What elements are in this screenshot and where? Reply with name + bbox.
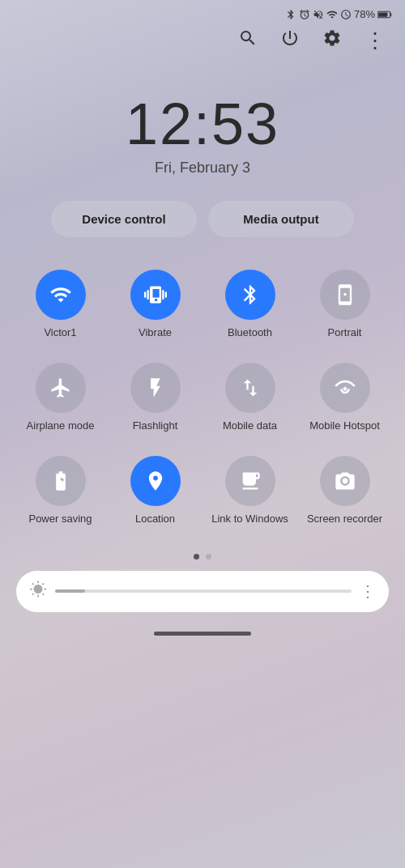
clock-display: 12:53 bbox=[0, 95, 405, 153]
search-button[interactable] bbox=[238, 28, 258, 53]
hotspot-icon bbox=[334, 377, 356, 399]
screen-recorder-toggle-circle bbox=[320, 456, 370, 506]
mute-status-icon bbox=[313, 9, 324, 20]
flashlight-toggle[interactable]: Flashlight bbox=[108, 353, 202, 446]
brightness-track[interactable] bbox=[55, 589, 352, 593]
home-bar[interactable] bbox=[154, 632, 251, 636]
wifi-status-icon bbox=[326, 9, 338, 20]
svg-rect-2 bbox=[378, 12, 387, 16]
brightness-bar[interactable]: ⋮ bbox=[16, 571, 389, 612]
battery-percentage: 78% bbox=[354, 8, 375, 20]
brightness-fill bbox=[55, 589, 85, 593]
location-icon bbox=[144, 470, 167, 492]
screen-recorder-toggle[interactable]: Screen recorder bbox=[297, 446, 392, 539]
airplane-label: Airplane mode bbox=[27, 419, 95, 433]
power-saving-label: Power saving bbox=[28, 513, 92, 526]
bluetooth-label: Bluetooth bbox=[228, 326, 272, 340]
action-bar: ⋮ bbox=[0, 23, 405, 62]
bluetooth-icon bbox=[239, 283, 262, 306]
status-icons: 78% bbox=[285, 8, 392, 20]
wifi-label: Victor1 bbox=[44, 326, 76, 340]
svg-rect-1 bbox=[390, 13, 392, 16]
location-toggle[interactable]: Location bbox=[108, 446, 202, 539]
more-options-button[interactable]: ⋮ bbox=[364, 30, 386, 51]
hotspot-toggle[interactable]: Mobile Hotspot bbox=[297, 353, 392, 446]
wifi-toggle-circle bbox=[36, 270, 86, 320]
vibrate-toggle[interactable]: Vibrate bbox=[108, 260, 202, 353]
hotspot-toggle-circle bbox=[320, 363, 370, 413]
bluetooth-toggle-circle bbox=[225, 270, 275, 320]
airplane-toggle-circle bbox=[36, 363, 86, 413]
mobile-data-toggle[interactable]: Mobile data bbox=[202, 353, 297, 446]
mobile-data-icon bbox=[239, 377, 262, 399]
status-bar: 78% bbox=[0, 0, 405, 23]
screen-recorder-label: Screen recorder bbox=[307, 513, 382, 526]
pagination bbox=[0, 539, 405, 571]
settings-button[interactable] bbox=[322, 28, 342, 53]
airplane-toggle[interactable]: Airplane mode bbox=[13, 353, 108, 446]
quick-actions: Device control Media output bbox=[0, 201, 405, 260]
brightness-more-button[interactable]: ⋮ bbox=[360, 581, 376, 601]
time-section: 12:53 Fri, February 3 bbox=[0, 62, 405, 201]
home-indicator bbox=[0, 620, 405, 642]
link-windows-toggle-circle bbox=[225, 456, 275, 506]
wifi-toggle[interactable]: Victor1 bbox=[13, 260, 108, 353]
pagination-dot-2 bbox=[206, 554, 211, 560]
location-label: Location bbox=[135, 513, 175, 526]
flashlight-icon bbox=[144, 377, 167, 399]
hotspot-label: Mobile Hotspot bbox=[309, 419, 380, 433]
bluetooth-toggle[interactable]: Bluetooth bbox=[202, 260, 297, 353]
brightness-icon bbox=[29, 581, 47, 602]
vibrate-label: Vibrate bbox=[139, 326, 172, 340]
link-windows-label: Link to Windows bbox=[211, 513, 288, 526]
location-toggle-circle bbox=[130, 456, 181, 506]
portrait-toggle-circle bbox=[320, 270, 370, 320]
power-saving-toggle-circle bbox=[36, 456, 86, 506]
media-output-button[interactable]: Media output bbox=[208, 201, 354, 237]
flashlight-toggle-circle bbox=[130, 363, 181, 413]
toggle-grid: Victor1 Vibrate Bluetooth Portrait Airpl… bbox=[0, 260, 405, 539]
wifi-icon bbox=[49, 283, 72, 306]
clock-status-icon bbox=[340, 9, 352, 20]
power-saving-toggle[interactable]: Power saving bbox=[13, 446, 108, 539]
airplane-icon bbox=[49, 377, 72, 399]
portrait-label: Portrait bbox=[328, 326, 362, 340]
portrait-toggle[interactable]: Portrait bbox=[297, 260, 392, 353]
mobile-data-toggle-circle bbox=[225, 363, 275, 413]
portrait-icon bbox=[334, 283, 356, 306]
link-windows-icon bbox=[239, 470, 262, 492]
alarm-status-icon bbox=[299, 9, 310, 20]
vibrate-icon bbox=[144, 283, 167, 306]
battery-icon bbox=[377, 10, 392, 19]
date-display: Fri, February 3 bbox=[0, 160, 405, 177]
mobile-data-label: Mobile data bbox=[223, 419, 277, 433]
screen-recorder-icon bbox=[334, 470, 356, 492]
device-control-button[interactable]: Device control bbox=[51, 201, 197, 237]
flashlight-label: Flashlight bbox=[133, 419, 178, 433]
power-saving-icon bbox=[49, 470, 72, 492]
power-button[interactable] bbox=[280, 28, 300, 53]
bluetooth-status-icon bbox=[285, 9, 296, 20]
pagination-dot-1 bbox=[194, 554, 199, 560]
link-windows-toggle[interactable]: Link to Windows bbox=[202, 446, 297, 539]
vibrate-toggle-circle bbox=[130, 270, 181, 320]
